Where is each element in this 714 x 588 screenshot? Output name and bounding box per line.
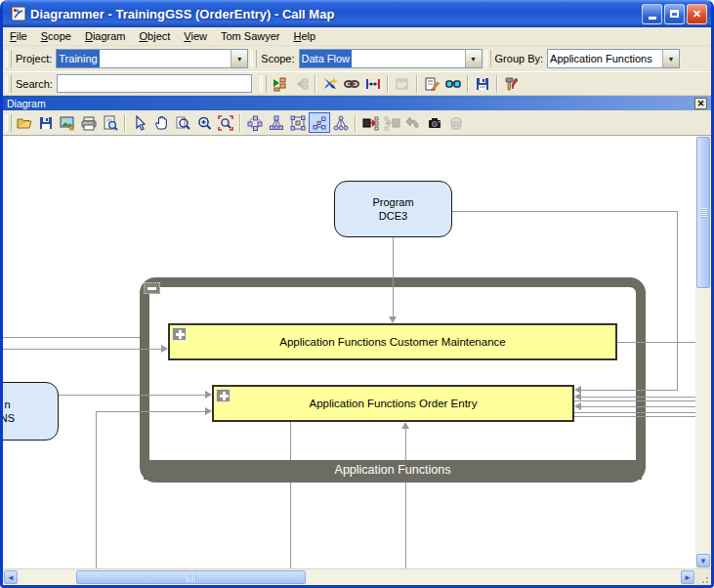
edge-corner-horizontal: [96, 411, 205, 412]
scroll-right-button[interactable]: ►: [681, 570, 694, 584]
edge-endpoints-icon[interactable]: [362, 73, 384, 94]
scroll-down-button[interactable]: ▼: [696, 554, 710, 567]
groupby-combobox[interactable]: Application Functions ▼: [547, 49, 680, 68]
edge-into-orderentry-right-2: [581, 397, 695, 398]
scope-combobox[interactable]: Data Flow ▼: [299, 49, 483, 68]
minimize-button[interactable]: [642, 4, 662, 24]
close-button[interactable]: ✕: [687, 4, 707, 24]
toolbar-separator: [496, 75, 498, 93]
hierarchical-layout-icon[interactable]: [330, 112, 352, 133]
navigate-collapse-icon[interactable]: [381, 112, 402, 133]
edge-corner-vertical: [96, 411, 97, 568]
arrowhead: [574, 393, 581, 400]
project-label: Project:: [16, 53, 52, 64]
select-icon[interactable]: [129, 112, 150, 133]
search-toolbar: Search:: [3, 72, 711, 96]
diagram-panel-title: Diagram: [7, 98, 694, 109]
scope-value: Data Flow: [300, 50, 353, 67]
horizontal-scrollbar[interactable]: ◄ ►: [3, 568, 711, 585]
search-input[interactable]: [57, 74, 252, 93]
toolbar-gripper[interactable]: [484, 50, 491, 67]
menu-object[interactable]: Object: [133, 28, 178, 44]
edge-orderentry-out-1: [574, 400, 695, 401]
node-program-dce3[interactable]: Program DCE3: [334, 181, 452, 237]
vertical-scrollbar-thumb[interactable]: [696, 137, 710, 288]
goggles-icon[interactable]: [442, 73, 464, 94]
scope-label: Scope:: [261, 53, 294, 64]
collapse-children-icon[interactable]: [290, 73, 312, 94]
node-left-clipped-program[interactable]: n NS: [3, 382, 59, 441]
resize-grip[interactable]: [695, 570, 711, 586]
app-window: Diagrammer - TrainingGSS (OrderEntry) - …: [0, 0, 714, 588]
zoom-in-icon[interactable]: [193, 112, 215, 133]
menu-bar: File Scope Diagram Object View Tom Sawye…: [3, 27, 711, 46]
menu-file[interactable]: File: [3, 28, 34, 44]
symmetric-layout-icon[interactable]: [266, 112, 287, 133]
expand-children-icon[interactable]: [269, 73, 290, 94]
scroll-left-button[interactable]: ◄: [4, 570, 18, 584]
properties-icon[interactable]: [392, 73, 413, 94]
menu-diagram[interactable]: Diagram: [78, 28, 133, 44]
arrowhead: [574, 402, 581, 410]
toolbar-gripper[interactable]: [5, 114, 12, 132]
snapshot-icon[interactable]: [424, 112, 445, 133]
node-order-entry[interactable]: Application Functions Order Entry: [212, 385, 574, 422]
trash-icon[interactable]: [445, 112, 467, 133]
scope-dropdown-arrow-icon[interactable]: ▼: [465, 50, 482, 67]
vertical-scrollbar[interactable]: ▼: [695, 136, 711, 568]
arrowhead: [161, 345, 168, 353]
pan-icon[interactable]: [150, 112, 172, 133]
save-icon[interactable]: [35, 112, 57, 133]
edge-orderentry-out-3: [574, 416, 695, 417]
navigate-expand-icon[interactable]: [359, 112, 381, 133]
menu-view[interactable]: View: [177, 28, 214, 44]
expand-order-entry-button[interactable]: [216, 389, 231, 402]
undo-icon[interactable]: [402, 112, 424, 133]
toolbar-gripper[interactable]: [250, 50, 257, 67]
arrowhead: [389, 316, 397, 323]
toolbar-gripper[interactable]: [5, 75, 12, 93]
diagram-panel-close-icon[interactable]: ✕: [694, 98, 707, 109]
groupby-dropdown-arrow-icon[interactable]: ▼: [662, 50, 679, 67]
edge-into-orderentry-right-3: [581, 406, 695, 407]
node-customer-maintenance[interactable]: Application Functions Customer Maintenan…: [168, 323, 617, 360]
annotate-icon[interactable]: [421, 73, 442, 94]
toolbar-separator: [355, 114, 357, 132]
edge-leftnode-to-orderentry: [56, 395, 205, 396]
orthogonal-layout-icon[interactable]: [287, 112, 309, 133]
maximize-button[interactable]: [664, 4, 685, 24]
expand-customer-maintenance-button[interactable]: [172, 327, 187, 341]
toolbar-separator: [315, 75, 316, 93]
tools-icon[interactable]: [501, 73, 523, 94]
arrowhead: [401, 422, 409, 429]
toolbar-separator: [124, 114, 126, 132]
export-image-icon[interactable]: [57, 112, 78, 133]
incremental-layout-icon[interactable]: [309, 112, 330, 133]
toolbar-gripper[interactable]: [5, 50, 12, 67]
collapse-container-button[interactable]: [144, 282, 160, 294]
diagram-panel-header[interactable]: Diagram ✕: [3, 96, 711, 110]
open-icon[interactable]: [14, 112, 35, 133]
prune-icon[interactable]: [319, 73, 341, 94]
title-bar[interactable]: Diagrammer - TrainingGSS (OrderEntry) - …: [3, 0, 711, 27]
project-combobox[interactable]: Training ▼: [56, 49, 248, 68]
circular-layout-icon[interactable]: [244, 112, 266, 133]
edge-left-in-1: [3, 337, 140, 338]
print-icon[interactable]: [78, 112, 100, 133]
link-chain-icon[interactable]: [341, 73, 362, 94]
edge-dce3-right: [452, 211, 677, 212]
toolbar-separator: [239, 114, 241, 132]
menu-tom-sawyer[interactable]: Tom Sawyer: [214, 28, 287, 44]
horizontal-scrollbar-thumb[interactable]: [76, 570, 306, 584]
menu-scope[interactable]: Scope: [34, 28, 78, 44]
edge-custmaint-right: [617, 342, 695, 343]
project-dropdown-arrow-icon[interactable]: ▼: [231, 50, 247, 67]
arrowhead: [205, 407, 212, 415]
zoom-area-icon[interactable]: [215, 112, 236, 133]
toolbar-gripper[interactable]: [260, 75, 267, 93]
print-preview-icon[interactable]: [100, 112, 121, 133]
diagram-canvas[interactable]: Application Functions Program DCE3 n NS …: [3, 136, 695, 568]
save-icon[interactable]: [472, 73, 493, 94]
zoom-page-icon[interactable]: [172, 112, 193, 133]
menu-help[interactable]: Help: [287, 28, 323, 44]
